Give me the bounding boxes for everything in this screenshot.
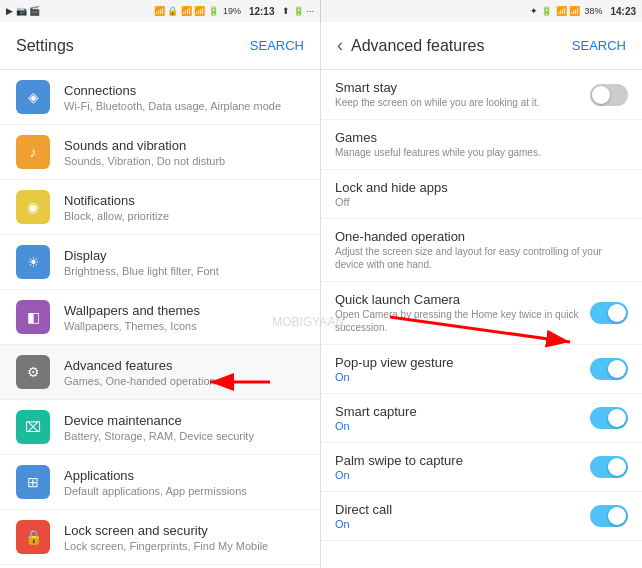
adv-item-name-3: One-handed operation [335, 229, 628, 244]
left-status-icons: ▶ 📷 🎬 [6, 6, 40, 16]
settings-item-text-4: Wallpapers and themes Wallpapers, Themes… [64, 303, 304, 332]
settings-icon-1: ♪ [16, 135, 50, 169]
adv-item-desc-0: Keep the screen on while you are looking… [335, 96, 590, 109]
settings-item-name-7: Applications [64, 468, 304, 483]
toggle-7[interactable] [590, 456, 628, 478]
toggle-4[interactable] [590, 302, 628, 324]
settings-item-device-maintenance[interactable]: ⌧ Device maintenance Battery, Storage, R… [0, 400, 320, 455]
settings-item-name-2: Notifications [64, 193, 304, 208]
settings-list: ◈ Connections Wi-Fi, Bluetooth, Data usa… [0, 70, 320, 568]
item-value-6: On [335, 420, 590, 432]
toggle-5[interactable] [590, 358, 628, 380]
adv-item-name-0: Smart stay [335, 80, 590, 95]
adv-item-palm-swipe-to-capture[interactable]: Palm swipe to capture On [321, 443, 642, 492]
item-value-5: On [335, 371, 590, 383]
adv-item-name-7: Palm swipe to capture [335, 453, 590, 468]
adv-item-desc-4: Open Camera by pressing the Home key twi… [335, 308, 590, 334]
left-battery-percent: 19% [223, 6, 241, 16]
toggle-0[interactable] [590, 84, 628, 106]
adv-item-text-4: Quick launch Camera Open Camera by press… [335, 292, 590, 334]
adv-item-one-handed-operation[interactable]: One-handed operation Adjust the screen s… [321, 219, 642, 282]
left-panel: Settings SEARCH ◈ Connections Wi-Fi, Blu… [0, 22, 321, 568]
settings-icon-3: ☀ [16, 245, 50, 279]
right-panel-title: Advanced features [351, 37, 572, 55]
adv-item-smart-stay[interactable]: Smart stay Keep the screen on while you … [321, 70, 642, 120]
adv-item-text-1: Games Manage useful features while you p… [335, 130, 628, 159]
settings-icon-4: ◧ [16, 300, 50, 334]
settings-item-display[interactable]: ☀ Display Brightness, Blue light filter,… [0, 235, 320, 290]
adv-item-desc-3: Adjust the screen size and layout for ea… [335, 245, 628, 271]
adv-item-desc-1: Manage useful features while you play ga… [335, 146, 628, 159]
adv-item-direct-call[interactable]: Direct call On [321, 492, 642, 541]
adv-item-smart-capture[interactable]: Smart capture On [321, 394, 642, 443]
settings-item-text-1: Sounds and vibration Sounds, Vibration, … [64, 138, 304, 167]
item-value-2: Off [335, 196, 628, 208]
adv-item-quick-launch-camera[interactable]: Quick launch Camera Open Camera by press… [321, 282, 642, 345]
right-status-bar: ✦ 🔋 📶 📶 38% 14:23 [321, 0, 642, 22]
right-time: 14:23 [610, 6, 636, 17]
adv-item-lock-and-hide-apps[interactable]: Lock and hide apps Off [321, 170, 642, 219]
status-bars: ▶ 📷 🎬 📶 🔒 📶 📶 🔋 19% 12:13 ⬆ 🔋 ··· ✦ 🔋 📶 … [0, 0, 642, 22]
settings-item-text-5: Advanced features Games, One-handed oper… [64, 358, 304, 387]
left-search-button[interactable]: SEARCH [250, 38, 304, 53]
settings-item-name-1: Sounds and vibration [64, 138, 304, 153]
right-bt-icon: ✦ 🔋 [530, 6, 552, 16]
adv-item-name-2: Lock and hide apps [335, 180, 628, 195]
left-status-bar: ▶ 📷 🎬 📶 🔒 📶 📶 🔋 19% 12:13 ⬆ 🔋 ··· [0, 0, 321, 22]
settings-item-text-0: Connections Wi-Fi, Bluetooth, Data usage… [64, 83, 304, 112]
settings-item-lock-screen-and-security[interactable]: 🔒 Lock screen and security Lock screen, … [0, 510, 320, 565]
item-value-7: On [335, 469, 590, 481]
right-panel: ‹ Advanced features SEARCH Smart stay Ke… [321, 22, 642, 568]
toggle-8[interactable] [590, 505, 628, 527]
settings-item-text-3: Display Brightness, Blue light filter, F… [64, 248, 304, 277]
settings-item-desc-6: Battery, Storage, RAM, Device security [64, 430, 304, 442]
settings-item-name-3: Display [64, 248, 304, 263]
panels-wrapper: Settings SEARCH ◈ Connections Wi-Fi, Blu… [0, 22, 642, 568]
settings-item-desc-5: Games, One-handed operation [64, 375, 304, 387]
item-value-8: On [335, 518, 590, 530]
left-panel-header: Settings SEARCH [0, 22, 320, 70]
settings-item-applications[interactable]: ⊞ Applications Default applications, App… [0, 455, 320, 510]
left-signal-icons: 📶 🔒 📶 📶 🔋 [154, 6, 219, 16]
adv-item-name-5: Pop-up view gesture [335, 355, 590, 370]
adv-item-games[interactable]: Games Manage useful features while you p… [321, 120, 642, 170]
settings-item-text-7: Applications Default applications, App p… [64, 468, 304, 497]
settings-icon-0: ◈ [16, 80, 50, 114]
settings-icon-8: 🔒 [16, 520, 50, 554]
right-battery-percent: 38% [584, 6, 602, 16]
settings-item-desc-7: Default applications, App permissions [64, 485, 304, 497]
adv-item-pop-up-view-gesture[interactable]: Pop-up view gesture On [321, 345, 642, 394]
adv-item-text-6: Smart capture On [335, 404, 590, 432]
adv-item-text-0: Smart stay Keep the screen on while you … [335, 80, 590, 109]
settings-icon-2: ◉ [16, 190, 50, 224]
settings-item-desc-1: Sounds, Vibration, Do not disturb [64, 155, 304, 167]
settings-item-name-0: Connections [64, 83, 304, 98]
right-panel-header: ‹ Advanced features SEARCH [321, 22, 642, 70]
settings-item-desc-8: Lock screen, Fingerprints, Find My Mobil… [64, 540, 304, 552]
settings-item-name-8: Lock screen and security [64, 523, 304, 538]
adv-item-name-8: Direct call [335, 502, 590, 517]
back-arrow-icon[interactable]: ‹ [337, 35, 343, 56]
left-panel-title: Settings [16, 37, 250, 55]
adv-item-text-7: Palm swipe to capture On [335, 453, 590, 481]
settings-item-desc-0: Wi-Fi, Bluetooth, Data usage, Airplane m… [64, 100, 304, 112]
adv-item-text-5: Pop-up view gesture On [335, 355, 590, 383]
settings-item-sounds-and-vibration[interactable]: ♪ Sounds and vibration Sounds, Vibration… [0, 125, 320, 180]
settings-item-name-4: Wallpapers and themes [64, 303, 304, 318]
toggle-6[interactable] [590, 407, 628, 429]
settings-item-name-5: Advanced features [64, 358, 304, 373]
settings-icon-7: ⊞ [16, 465, 50, 499]
settings-item-wallpapers-and-themes[interactable]: ◧ Wallpapers and themes Wallpapers, Them… [0, 290, 320, 345]
settings-item-desc-3: Brightness, Blue light filter, Font [64, 265, 304, 277]
left-time: 12:13 [249, 6, 275, 17]
settings-item-text-8: Lock screen and security Lock screen, Fi… [64, 523, 304, 552]
right-search-button[interactable]: SEARCH [572, 38, 626, 53]
settings-item-connections[interactable]: ◈ Connections Wi-Fi, Bluetooth, Data usa… [0, 70, 320, 125]
adv-item-text-2: Lock and hide apps Off [335, 180, 628, 208]
settings-icon-5: ⚙ [16, 355, 50, 389]
settings-item-notifications[interactable]: ◉ Notifications Block, allow, prioritize [0, 180, 320, 235]
left-extra-icons: ⬆ 🔋 ··· [282, 6, 314, 16]
settings-item-name-6: Device maintenance [64, 413, 304, 428]
adv-item-name-1: Games [335, 130, 628, 145]
settings-item-advanced-features[interactable]: ⚙ Advanced features Games, One-handed op… [0, 345, 320, 400]
